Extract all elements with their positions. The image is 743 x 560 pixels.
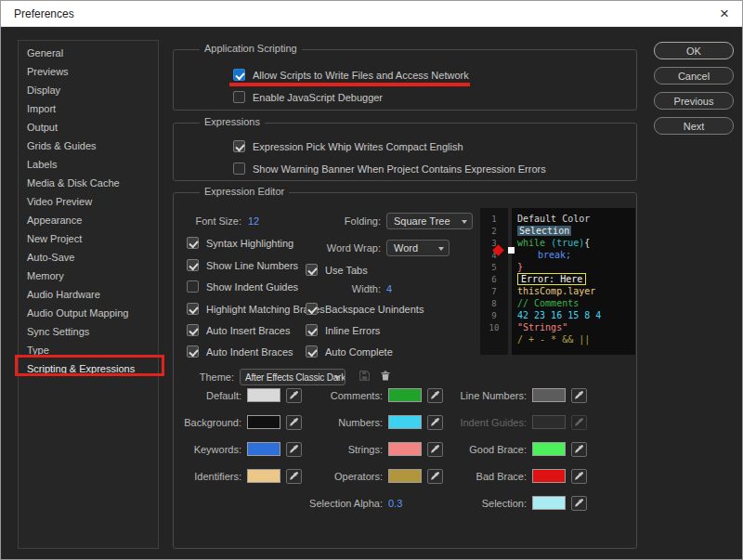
- sidebar-item-labels[interactable]: Labels: [19, 155, 158, 174]
- color-swatch-line-numbers[interactable]: [532, 388, 566, 402]
- code-preview: Default Color Selection while (true){ br…: [512, 208, 635, 355]
- checkbox-label: Show Warning Banner When Project Contain…: [253, 163, 546, 175]
- theme-select[interactable]: After Effects Classic Dark: [240, 369, 345, 385]
- checkbox-allow-scripts[interactable]: Allow Scripts to Write Files and Access …: [233, 69, 469, 81]
- sidebar-item-previews[interactable]: Previews: [19, 62, 158, 81]
- checkbox-box-allow-scripts[interactable]: [233, 69, 245, 81]
- checkbox-warning-banner[interactable]: Show Warning Banner When Project Contain…: [233, 163, 546, 175]
- code-token-comment: // Comments: [517, 298, 579, 308]
- sidebar-item-import[interactable]: Import: [19, 99, 158, 118]
- sidebar-item-auto-save[interactable]: Auto-Save: [19, 248, 158, 267]
- group-expression-editor: Expression Editor Font Size: 12 Folding:…: [173, 192, 637, 549]
- checkbox-box-show-line-numbers[interactable]: [187, 259, 199, 271]
- delete-theme-button[interactable]: [377, 369, 394, 384]
- checkbox-box-use-tabs[interactable]: [306, 264, 318, 276]
- sidebar-item-audio-hardware[interactable]: Audio Hardware: [19, 285, 158, 304]
- color-swatch-selection[interactable]: [532, 496, 566, 510]
- checkbox-label: Backspace Unindents: [325, 304, 424, 315]
- checkbox-label: Auto Insert Braces: [206, 325, 291, 336]
- sidebar-item-output[interactable]: Output: [19, 118, 158, 137]
- color-swatch-keywords[interactable]: [247, 442, 280, 456]
- code-line: Default Color: [517, 213, 630, 225]
- checkbox-box-show-indent-guides[interactable]: [187, 280, 199, 293]
- checkbox-pick-whip[interactable]: Expression Pick Whip Writes Compact Engl…: [233, 140, 463, 152]
- checkbox-label: Use Tabs: [325, 265, 368, 276]
- ok-button[interactable]: OK: [654, 42, 734, 59]
- sidebar-item-general[interactable]: General: [19, 44, 158, 62]
- code-line: 42 23 16 15 8 4: [517, 309, 630, 321]
- sidebar-item-appearance[interactable]: Appearance: [19, 211, 158, 229]
- cancel-button[interactable]: Cancel: [654, 67, 734, 85]
- font-size-value[interactable]: 12: [248, 215, 259, 227]
- checkbox-box-pick-whip[interactable]: [233, 140, 245, 152]
- width-value[interactable]: 4: [386, 283, 392, 294]
- checkbox-box-highlight-matching-braces[interactable]: [187, 303, 199, 315]
- checkbox-auto-indent-braces[interactable]: Auto Indent Braces: [187, 345, 293, 358]
- checkbox-box-auto-complete[interactable]: [306, 345, 318, 358]
- code-token-string: "Strings": [517, 322, 567, 332]
- group-title: Expressions: [200, 116, 265, 127]
- checkbox-show-line-numbers[interactable]: Show Line Numbers: [187, 259, 298, 271]
- checkbox-js-debugger[interactable]: Enable JavaScript Debugger: [233, 91, 383, 103]
- sidebar-item-grids-guides[interactable]: Grids & Guides: [19, 137, 158, 155]
- code-line: }: [517, 261, 630, 273]
- color-swatch-operators[interactable]: [388, 469, 422, 483]
- color-swatch-numbers[interactable]: [388, 415, 422, 429]
- sidebar-item-media-disk-cache[interactable]: Media & Disk Cache: [19, 174, 158, 192]
- checkbox-auto-insert-braces[interactable]: Auto Insert Braces: [187, 324, 291, 336]
- next-button[interactable]: Next: [654, 117, 734, 135]
- checkbox-use-tabs[interactable]: Use Tabs: [306, 264, 368, 276]
- theme-select-value: After Effects Classic Dark: [245, 372, 345, 383]
- previous-button[interactable]: Previous: [654, 92, 734, 110]
- color-swatch-default[interactable]: [247, 388, 280, 402]
- checkbox-box-backspace-unindents[interactable]: [306, 303, 318, 315]
- sidebar-item-audio-output-mapping[interactable]: Audio Output Mapping: [19, 304, 158, 322]
- color-swatch-background[interactable]: [247, 415, 280, 429]
- dialog-buttons: OK Cancel Previous Next: [654, 42, 734, 142]
- titlebar: Preferences ×: [1, 1, 742, 27]
- folding-select[interactable]: Square Tree: [386, 213, 473, 229]
- close-icon[interactable]: ×: [720, 6, 729, 21]
- checkbox-show-indent-guides[interactable]: Show Indent Guides: [187, 280, 298, 293]
- checkbox-syntax-highlighting[interactable]: Syntax Highlighting: [187, 237, 293, 249]
- selection-alpha-value[interactable]: 0.3: [388, 498, 402, 509]
- color-swatch-comments[interactable]: [388, 388, 422, 402]
- annotation-box: [15, 355, 164, 376]
- color-swatch-strings[interactable]: [388, 442, 422, 456]
- sidebar-item-display[interactable]: Display: [19, 81, 158, 99]
- eyedropper-button[interactable]: [571, 469, 587, 484]
- color-swatch-identifiers[interactable]: [247, 469, 280, 483]
- sidebar-item-new-project[interactable]: New Project: [19, 229, 158, 248]
- save-theme-button[interactable]: [356, 369, 372, 384]
- checkbox-box-inline-errors[interactable]: [306, 324, 318, 336]
- sidebar: General Previews Display Import Output G…: [18, 40, 159, 549]
- checkbox-box-auto-indent-braces[interactable]: [187, 345, 199, 358]
- checkbox-inline-errors[interactable]: Inline Errors: [306, 324, 380, 336]
- checkbox-highlight-matching-braces[interactable]: Highlight Matching Braces: [187, 303, 325, 315]
- line-number: 5: [480, 262, 508, 274]
- code-token-brace: }: [517, 262, 523, 272]
- eyedropper-button[interactable]: [571, 496, 587, 511]
- color-label: Default:: [183, 390, 241, 401]
- checkbox-box-syntax-highlighting[interactable]: [187, 237, 199, 249]
- eyedropper-button[interactable]: [571, 442, 587, 457]
- color-swatch-bad-brace[interactable]: [532, 469, 566, 483]
- color-row-indent-guides: Indent Guides:: [432, 414, 587, 430]
- sidebar-item-video-preview[interactable]: Video Preview: [19, 192, 158, 211]
- line-number: 1: [480, 214, 508, 226]
- color-swatch-good-brace[interactable]: [532, 442, 566, 456]
- sidebar-item-memory[interactable]: Memory: [19, 267, 158, 285]
- color-row-bad-brace: Bad Brace:: [432, 468, 587, 484]
- word-wrap-select[interactable]: Word: [386, 240, 450, 256]
- checkbox-backspace-unindents[interactable]: Backspace Unindents: [306, 303, 424, 315]
- code-token: Default Color: [517, 214, 590, 224]
- sidebar-item-sync-settings[interactable]: Sync Settings: [19, 322, 158, 341]
- color-label: Keywords:: [183, 444, 241, 455]
- checkbox-box-warning-banner[interactable]: [233, 163, 245, 175]
- checkbox-auto-complete[interactable]: Auto Complete: [306, 345, 393, 358]
- color-row-selection: Selection:: [432, 495, 587, 511]
- color-row-identifiers: Identifiers:: [183, 468, 302, 484]
- checkbox-box-auto-insert-braces[interactable]: [187, 324, 199, 336]
- eyedropper-button[interactable]: [571, 388, 587, 403]
- checkbox-box-js-debugger[interactable]: [233, 91, 245, 103]
